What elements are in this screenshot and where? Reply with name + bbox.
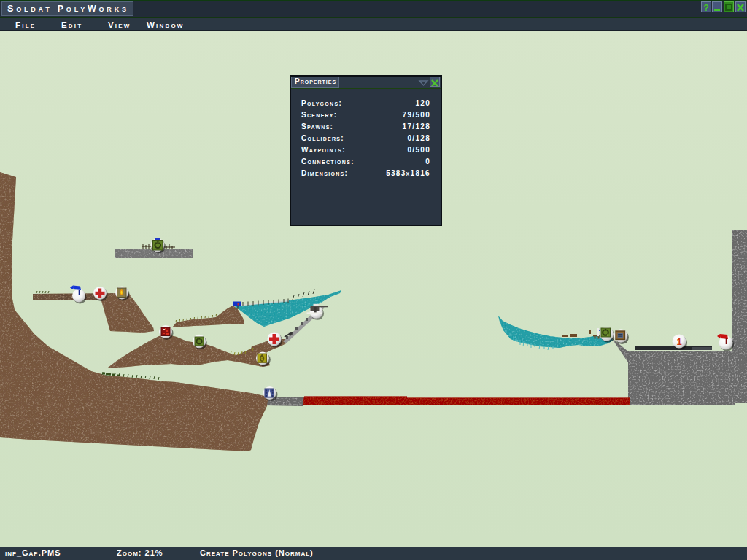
svg-text:?: ?: [703, 4, 708, 12]
svg-text:1: 1: [676, 336, 681, 347]
